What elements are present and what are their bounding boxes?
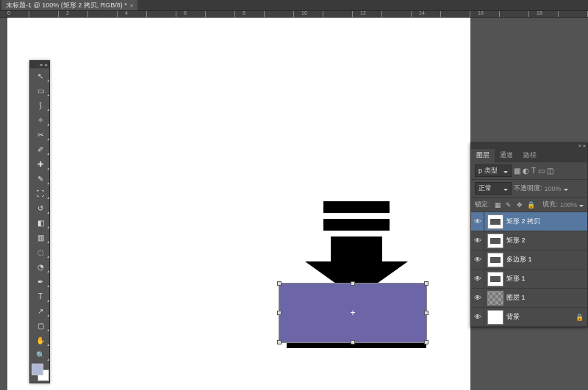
visibility-eye-icon[interactable]: 👁 xyxy=(471,289,484,307)
wand-tool[interactable]: ✧ xyxy=(30,112,51,127)
transform-handle-top-mid[interactable] xyxy=(351,281,355,286)
layer-thumbnail[interactable] xyxy=(487,234,503,248)
panel-collapse-bar[interactable]: « × xyxy=(471,143,587,149)
tool-glyph-icon: ◔ xyxy=(37,263,44,271)
blur-tool[interactable]: ◌ xyxy=(30,245,51,259)
blend-mode-select[interactable]: 正常 xyxy=(475,182,512,195)
move-tool[interactable]: ↖ xyxy=(30,68,51,83)
ruler-number: 8 xyxy=(243,10,245,15)
tool-glyph-icon: T xyxy=(38,292,43,300)
transform-handle-mid-right[interactable] xyxy=(424,311,429,315)
lasso-tool[interactable]: ⟆ xyxy=(30,98,51,112)
chevron-down-icon[interactable] xyxy=(564,184,568,192)
kind-select[interactable]: p 类型 xyxy=(475,165,512,177)
layer-thumbnail[interactable] xyxy=(487,291,503,306)
hand-tool[interactable]: ✋ xyxy=(30,333,51,347)
transform-handle-top-right[interactable] xyxy=(424,281,429,286)
collapse-icon[interactable]: « × xyxy=(40,62,48,68)
filter-type-icon[interactable]: T xyxy=(531,167,536,175)
filter-shape-icon[interactable]: ▭ xyxy=(538,167,545,175)
layer-thumbnail[interactable] xyxy=(487,253,503,267)
layer-thumbnail[interactable] xyxy=(487,310,503,325)
flyout-triangle-icon xyxy=(47,197,49,199)
visibility-eye-icon[interactable]: 👁 xyxy=(471,250,484,269)
transform-handle-bot-left[interactable] xyxy=(277,340,282,344)
shape-tool[interactable]: ▢ xyxy=(30,318,51,333)
transform-center-icon[interactable]: + xyxy=(349,309,356,317)
tool-glyph-icon: ✧ xyxy=(37,116,43,124)
opacity-value[interactable]: 100% xyxy=(545,185,562,192)
layer-row[interactable]: 👁背景🔒 xyxy=(471,308,587,327)
filter-adjust-icon[interactable]: ◐ xyxy=(523,167,529,175)
pen-tool[interactable]: ✒ xyxy=(30,274,51,289)
layer-row[interactable]: 👁矩形 2 拷贝 xyxy=(471,212,587,231)
visibility-eye-icon[interactable]: 👁 xyxy=(471,270,484,288)
blend-mode-value: 正常 xyxy=(478,184,492,193)
transform-handle-bot-mid[interactable] xyxy=(351,340,355,344)
healing-tool[interactable]: ✚ xyxy=(30,156,51,171)
ruler-number: 16 xyxy=(478,10,484,15)
transform-handle-bot-right[interactable] xyxy=(424,340,429,344)
crop-tool[interactable]: ✂ xyxy=(30,127,51,142)
foreground-color-swatch[interactable] xyxy=(32,364,43,375)
zoom-tool[interactable]: 🔍 xyxy=(30,347,51,362)
visibility-eye-icon[interactable]: 👁 xyxy=(471,231,484,250)
flyout-triangle-icon xyxy=(47,285,49,287)
ruler-number: 0 xyxy=(7,10,10,15)
ruler-number: 18 xyxy=(537,10,542,15)
type-tool[interactable]: T xyxy=(30,289,51,303)
color-swatch[interactable] xyxy=(32,364,49,381)
lock-all-icon[interactable]: 🔒 xyxy=(527,201,535,209)
flyout-triangle-icon xyxy=(47,167,49,170)
visibility-eye-icon[interactable]: 👁 xyxy=(471,212,484,231)
brush-tool[interactable]: ✎ xyxy=(30,171,51,186)
flyout-triangle-icon xyxy=(47,270,49,272)
layer-name-label: 矩形 2 xyxy=(506,236,587,245)
eyedropper-tool[interactable]: ✐ xyxy=(30,142,51,156)
lock-pixels-icon[interactable]: ✎ xyxy=(505,201,513,209)
tools-palette-header[interactable]: « × xyxy=(30,61,49,68)
selected-shape-rect[interactable]: + xyxy=(279,284,426,342)
tool-glyph-icon: ✐ xyxy=(37,145,43,154)
tool-glyph-icon: ✒ xyxy=(37,278,43,286)
layer-row[interactable]: 👁矩形 1 xyxy=(471,270,587,289)
visibility-eye-icon[interactable]: 👁 xyxy=(471,308,484,326)
flyout-triangle-icon xyxy=(47,182,49,184)
tool-glyph-icon: ✚ xyxy=(37,160,43,168)
path-select-tool[interactable]: ↗ xyxy=(30,303,51,318)
lock-position-icon[interactable]: ✥ xyxy=(516,201,524,209)
stamp-tool[interactable]: ⛶ xyxy=(30,186,51,201)
tab-paths[interactable]: 路径 xyxy=(518,149,542,162)
ruler-ticks xyxy=(0,11,588,17)
filter-smart-icon[interactable]: ◫ xyxy=(547,167,553,175)
history-brush-tool[interactable]: ↺ xyxy=(30,201,51,215)
document-tab[interactable]: 未标题-1 @ 100% (矩形 2 拷贝, RGB/8) * × xyxy=(1,0,137,11)
layer-row[interactable]: 👁图层 1 xyxy=(471,289,587,308)
lock-transparent-icon[interactable]: ▦ xyxy=(494,201,502,209)
layer-row[interactable]: 👁矩形 2 xyxy=(471,231,587,250)
tool-glyph-icon: ⛶ xyxy=(37,189,44,198)
transform-handle-mid-left[interactable] xyxy=(277,311,282,315)
transform-handle-top-left[interactable] xyxy=(277,281,282,286)
fill-value[interactable]: 100% xyxy=(560,201,577,209)
close-tab-icon[interactable]: × xyxy=(130,2,134,9)
dodge-tool[interactable]: ◔ xyxy=(30,259,51,274)
gradient-tool[interactable]: ▥ xyxy=(30,230,51,245)
chevron-down-icon[interactable] xyxy=(579,201,584,209)
canvas[interactable]: + xyxy=(7,18,470,390)
collapse-icon[interactable]: « × xyxy=(578,143,586,149)
flyout-triangle-icon xyxy=(47,109,49,111)
layer-thumbnail[interactable] xyxy=(487,272,503,286)
flyout-triangle-icon xyxy=(47,212,49,214)
layer-row[interactable]: 👁多边形 1 xyxy=(471,250,587,270)
filter-pixel-icon[interactable]: ▦ xyxy=(514,167,520,175)
tool-glyph-icon: ▭ xyxy=(37,87,44,95)
lock-icon: 🔒 xyxy=(576,314,584,321)
tool-glyph-icon: ✂ xyxy=(37,131,43,139)
tab-channels[interactable]: 通道 xyxy=(495,149,518,162)
shape-bar-top xyxy=(323,201,390,213)
tab-layers[interactable]: 图层 xyxy=(471,149,495,162)
eraser-tool[interactable]: ◧ xyxy=(30,215,51,230)
marquee-tool[interactable]: ▭ xyxy=(30,83,51,98)
layer-thumbnail[interactable] xyxy=(487,214,503,229)
